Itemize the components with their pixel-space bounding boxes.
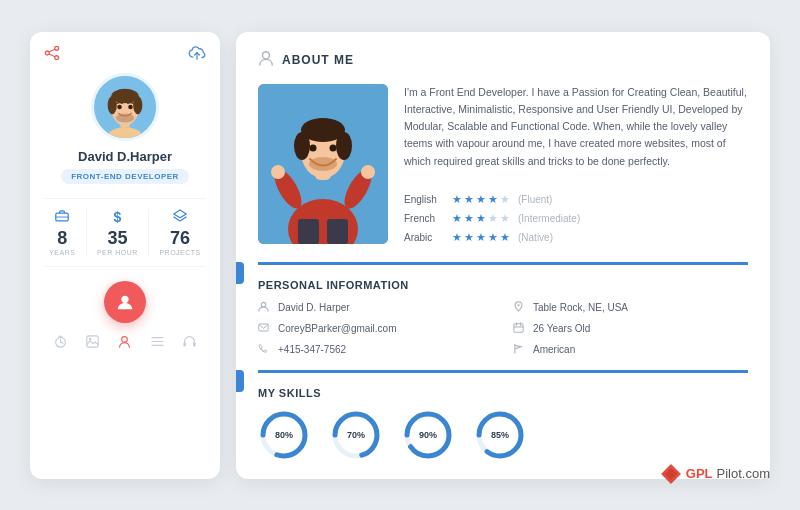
lang-french-level: (Intermediate) xyxy=(518,213,580,224)
svg-point-13 xyxy=(116,113,134,122)
skills-section-title: MY SKILLS xyxy=(258,387,748,399)
stat-projects-value: 76 xyxy=(170,229,190,247)
svg-point-51 xyxy=(517,304,519,306)
watermark-text: GPL xyxy=(686,466,713,481)
languages: English ★ ★ ★ ★ ★ (Fluent) French xyxy=(404,187,748,244)
svg-point-43 xyxy=(294,132,310,160)
nav-gallery-icon[interactable] xyxy=(86,335,99,351)
bottom-nav xyxy=(44,335,206,351)
stat-projects-label: Projects xyxy=(159,249,200,256)
lang-english-stars: ★ ★ ★ ★ ★ xyxy=(452,193,510,206)
star-a1: ★ xyxy=(452,231,462,244)
svg-point-14 xyxy=(117,104,122,109)
nav-user-icon[interactable] xyxy=(118,335,131,351)
skill-circle-1: 80% xyxy=(258,409,310,461)
personal-section: PERSONAL INFORMATION David D. Harper Tab… xyxy=(258,262,748,356)
flag-icon xyxy=(513,343,527,356)
personal-location-item: Table Rock, NE, USA xyxy=(513,301,748,314)
svg-point-25 xyxy=(89,337,91,339)
stat-divider-1 xyxy=(86,209,87,256)
svg-line-22 xyxy=(60,342,62,343)
lang-arabic-level: (Native) xyxy=(518,232,553,243)
star-f2: ★ xyxy=(464,212,474,225)
skills-section: MY SKILLS 80% xyxy=(258,370,748,461)
lang-english-name: English xyxy=(404,194,452,205)
skill-pct-3: 90% xyxy=(419,430,437,440)
svg-point-12 xyxy=(133,96,142,114)
skills-row: 80% 70% xyxy=(258,409,748,461)
nav-menu-icon[interactable] xyxy=(151,335,164,350)
svg-line-3 xyxy=(49,49,55,52)
layers-icon xyxy=(173,209,187,225)
personal-nationality: American xyxy=(533,344,575,355)
star-1: ★ xyxy=(452,193,462,206)
svg-point-0 xyxy=(55,46,59,50)
stats-row: 8 Years $ 35 Per Hour 76 Projects xyxy=(44,198,206,267)
about-description: I'm a Front End Developer. I have a Pass… xyxy=(404,84,748,187)
star-f5: ★ xyxy=(500,212,510,225)
svg-point-50 xyxy=(261,302,266,307)
stat-divider-2 xyxy=(148,209,149,256)
avatar xyxy=(91,73,159,141)
profile-title: Front-End Developer xyxy=(61,169,189,184)
star-a4: ★ xyxy=(488,231,498,244)
skill-pct-4: 85% xyxy=(491,430,509,440)
star-2: ★ xyxy=(464,193,474,206)
age-icon xyxy=(513,322,527,335)
star-3: ★ xyxy=(476,193,486,206)
svg-point-38 xyxy=(271,165,285,179)
lang-arabic-stars: ★ ★ ★ ★ ★ xyxy=(452,231,510,244)
svg-point-46 xyxy=(310,144,317,151)
skill-circle-4: 85% xyxy=(474,409,526,461)
stat-rate-label: Per Hour xyxy=(97,249,138,256)
svg-point-45 xyxy=(309,157,337,171)
card-top-icons xyxy=(44,46,206,63)
share-icon[interactable] xyxy=(44,46,60,63)
svg-point-26 xyxy=(122,336,128,342)
star-f1: ★ xyxy=(452,212,462,225)
person-icon xyxy=(258,301,272,314)
lang-french-name: French xyxy=(404,213,452,224)
personal-grid: David D. Harper Table Rock, NE, USA Core… xyxy=(258,301,748,356)
svg-marker-18 xyxy=(174,210,186,218)
stat-years: 8 Years xyxy=(49,209,75,256)
personal-age: 26 Years Old xyxy=(533,323,590,334)
stat-years-label: Years xyxy=(49,249,75,256)
contact-fab[interactable] xyxy=(104,281,146,323)
svg-point-32 xyxy=(262,51,269,58)
stat-rate-value: 35 xyxy=(107,229,127,247)
about-text-area: I'm a Front End Developer. I have a Pass… xyxy=(404,84,748,244)
language-english: English ★ ★ ★ ★ ★ (Fluent) xyxy=(404,193,748,206)
phone-icon xyxy=(258,343,272,356)
email-icon xyxy=(258,322,272,334)
svg-rect-24 xyxy=(87,335,98,346)
briefcase-icon xyxy=(55,209,69,225)
skill-item-1: 80% xyxy=(258,409,310,461)
language-french: French ★ ★ ★ ★ ★ (Intermediate) xyxy=(404,212,748,225)
nav-headphones-icon[interactable] xyxy=(183,335,196,351)
cloud-upload-icon[interactable] xyxy=(188,46,206,63)
svg-rect-30 xyxy=(184,342,186,346)
resume-card: ABOUT ME xyxy=(236,32,770,479)
about-title: ABOUT ME xyxy=(282,53,354,67)
svg-point-15 xyxy=(128,104,133,109)
skill-item-3: 90% xyxy=(402,409,454,461)
svg-point-11 xyxy=(108,96,117,114)
personal-name-item: David D. Harper xyxy=(258,301,493,314)
star-f3: ★ xyxy=(476,212,486,225)
stat-years-value: 8 xyxy=(57,229,67,247)
lang-english-level: (Fluent) xyxy=(518,194,552,205)
personal-section-title: PERSONAL INFORMATION xyxy=(258,279,748,291)
profile-name: David D.Harper xyxy=(78,149,172,164)
dollar-icon: $ xyxy=(114,209,122,225)
star-a2: ★ xyxy=(464,231,474,244)
skill-item-4: 85% xyxy=(474,409,526,461)
svg-point-19 xyxy=(121,295,128,302)
skill-circle-3: 90% xyxy=(402,409,454,461)
svg-point-47 xyxy=(330,144,337,151)
star-a5: ★ xyxy=(500,231,510,244)
star-4: ★ xyxy=(488,193,498,206)
nav-timer-icon[interactable] xyxy=(54,335,67,351)
svg-rect-48 xyxy=(298,219,319,244)
watermark: GPLPilot.com xyxy=(660,463,770,485)
